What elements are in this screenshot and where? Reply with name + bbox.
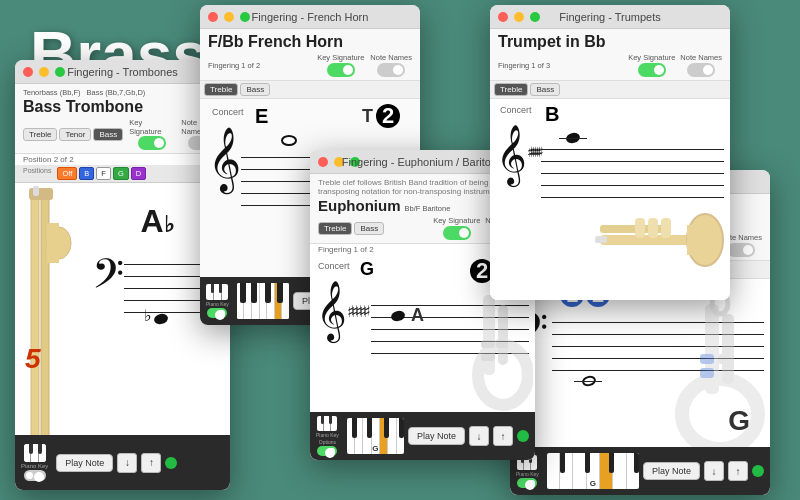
valve-f[interactable]: F <box>96 167 111 180</box>
tuba-ledger-line <box>574 381 602 382</box>
note-head <box>153 312 169 325</box>
horn-bass-btn[interactable]: Bass <box>240 83 270 96</box>
euph-key-sig: ♯♯♯♯♯ <box>347 302 367 321</box>
euph-piano-icon <box>317 416 337 431</box>
svg-rect-21 <box>648 218 658 238</box>
horn-note: E <box>255 105 268 128</box>
horn-note-head <box>281 135 297 146</box>
play-note-btn[interactable]: Play Note <box>56 454 113 472</box>
close-button[interactable] <box>23 67 33 77</box>
svg-rect-20 <box>635 218 645 238</box>
trombone-window: Fingering - Trombones Tenorbass (Bb,F) B… <box>15 60 230 490</box>
euph-bass-btn[interactable]: Bass <box>354 222 384 235</box>
trump-fingering-info: Fingering 1 of 3 <box>498 61 550 70</box>
trump-window-title: Fingering - Trumpets <box>559 11 660 23</box>
tuba-piano-toggle[interactable] <box>517 478 537 488</box>
valve-b[interactable]: B <box>79 167 94 180</box>
trump-key-toggle[interactable] <box>638 63 666 77</box>
euph-treble-btn[interactable]: Treble <box>318 222 352 235</box>
piano-toggle[interactable] <box>24 470 46 481</box>
svg-rect-22 <box>661 218 671 238</box>
svg-rect-12 <box>498 305 508 365</box>
valve-d[interactable]: D <box>131 167 146 180</box>
tenor-clef-btn[interactable]: Tenor <box>59 128 91 141</box>
euph-play-btn[interactable]: Play Note <box>408 427 465 445</box>
flat-sign: ♭ <box>144 306 152 325</box>
tuba-down-btn[interactable]: ↓ <box>704 461 724 481</box>
trombone-piano-bar: Piano Key Play Note ↓ ↑ <box>15 435 230 490</box>
trump-zoom[interactable] <box>530 12 540 22</box>
up-arrow-btn[interactable]: ↑ <box>141 453 161 473</box>
trumpet-titlebar: Fingering - Trumpets <box>490 5 730 29</box>
horn-piano-toggle[interactable] <box>207 308 227 318</box>
euph-note-a: A <box>411 305 424 326</box>
trump-minimize[interactable] <box>514 12 524 22</box>
valve-off[interactable]: Off <box>57 167 77 180</box>
trombone-content: Tenorbass (Bb,F) Bass (Bb,7,Gb,D) Bass T… <box>15 84 230 490</box>
tuba-audio <box>752 465 764 477</box>
finger-2: 2 <box>376 104 400 128</box>
horn-window-title: Fingering - French Horn <box>252 11 369 23</box>
svg-rect-15 <box>481 353 495 361</box>
trumpet-music-area: Concert B 𝄞 ♯♯♯♯♯♯ <box>490 99 730 300</box>
svg-rect-16 <box>600 235 690 245</box>
trump-close[interactable] <box>498 12 508 22</box>
svg-rect-14 <box>496 340 508 348</box>
bass-clef-btn[interactable]: Bass <box>93 128 123 141</box>
euph-down-btn[interactable]: ↓ <box>469 426 489 446</box>
svg-rect-19 <box>687 225 707 255</box>
svg-rect-13 <box>481 340 495 348</box>
euph-piano-keys: G <box>347 418 404 454</box>
trombone-window-title: Fingering - Trombones <box>67 66 178 78</box>
euph-concert-label: Concert <box>318 261 350 271</box>
trumpet-content: Trumpet in Bb Fingering 1 of 3 Key Signa… <box>490 29 730 300</box>
tuba-piano-keys: G <box>547 453 639 489</box>
horn-header: F/Bb French Horn Fingering 1 of 2 Key Si… <box>200 29 420 81</box>
horn-clef-tabs: Treble Bass <box>200 81 420 99</box>
tuba-note-toggle[interactable] <box>727 243 755 257</box>
euph-piano-bar: Piano Key Options <box>310 412 535 460</box>
tuba-music-area: Concert 1 2 𝄢 <box>510 279 770 447</box>
tuba-play-btn[interactable]: Play Note <box>643 462 700 480</box>
horn-key-sig-label: Key Signature <box>317 53 364 62</box>
trombone-name: Bass Trombone <box>23 98 222 116</box>
svg-rect-5 <box>47 223 59 263</box>
valve-g[interactable]: G <box>113 167 129 180</box>
horn-note-names-toggle[interactable] <box>377 63 405 77</box>
horn-treble-btn[interactable]: Treble <box>204 83 238 96</box>
trump-bass-btn[interactable]: Bass <box>530 83 560 96</box>
horn-piano-label: Piano Key <box>206 301 229 307</box>
trump-treble-btn[interactable]: Treble <box>494 83 528 96</box>
svg-rect-0 <box>31 193 39 435</box>
trump-treble-clef: 𝄞 <box>496 131 527 178</box>
tuba-up-btn[interactable]: ↑ <box>728 461 748 481</box>
euph-key-toggle[interactable] <box>443 226 471 240</box>
horn-minimize[interactable] <box>224 12 234 22</box>
euph-note-head <box>390 309 406 322</box>
down-arrow-btn[interactable]: ↓ <box>117 453 137 473</box>
position-number: 5 <box>25 343 41 375</box>
minimize-button[interactable] <box>39 67 49 77</box>
tuba-illustration <box>670 294 770 447</box>
horn-zoom[interactable] <box>240 12 250 22</box>
treble-clef-btn[interactable]: Treble <box>23 128 57 141</box>
horn-key-sig-toggle[interactable] <box>327 63 355 77</box>
horn-piano-icon <box>206 284 228 300</box>
zoom-button[interactable] <box>55 67 65 77</box>
trump-key-label: Key Signature <box>628 53 675 62</box>
euph-up-btn[interactable]: ↑ <box>493 426 513 446</box>
horn-titlebar: Fingering - French Horn <box>200 5 420 29</box>
key-sig-toggle[interactable] <box>138 136 166 150</box>
tuba-piano-note-label: G <box>590 479 596 488</box>
euph-piano-label: Piano Key <box>316 432 339 438</box>
trump-note-toggle[interactable] <box>687 63 715 77</box>
euph-close[interactable] <box>318 157 328 167</box>
trump-concert-label: Concert <box>500 105 532 115</box>
audio-indicator <box>165 457 177 469</box>
euph-piano-toggle[interactable] <box>317 446 337 456</box>
trump-key-sig: ♯♯♯♯♯♯ <box>527 144 539 160</box>
svg-rect-29 <box>718 354 730 364</box>
euph-key-label: Key Signature <box>433 216 480 225</box>
horn-close[interactable] <box>208 12 218 22</box>
euph-name: Euphonium <box>318 197 401 214</box>
